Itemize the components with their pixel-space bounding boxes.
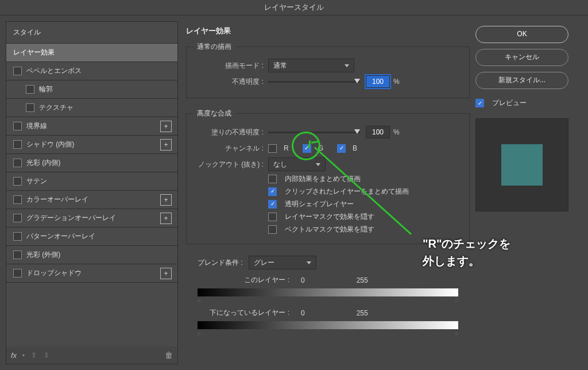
window-title: レイヤースタイル bbox=[0, 0, 588, 16]
add-effect-button[interactable]: + bbox=[160, 139, 172, 151]
style-checkbox[interactable] bbox=[13, 67, 22, 75]
blendif-label: ブレンド条件 : bbox=[198, 258, 243, 268]
style-item-label: テクスチャ bbox=[39, 103, 74, 113]
fill-opacity-unit: % bbox=[393, 128, 400, 136]
advanced-option-1[interactable]: クリップされたレイヤーをまとめて描画 bbox=[268, 185, 462, 198]
style-checkbox[interactable] bbox=[13, 159, 22, 167]
panel-title: レイヤー効果 bbox=[186, 26, 470, 36]
advanced-blend-group: 高度な合成 塗りの不透明度 : 100 % チャンネル : R G bbox=[186, 109, 470, 244]
fx-caret-icon: ▾ bbox=[22, 353, 25, 358]
fill-opacity-slider[interactable] bbox=[268, 132, 360, 133]
style-checkbox[interactable] bbox=[13, 250, 22, 259]
style-item-label: 輪郭 bbox=[39, 84, 53, 94]
style-item-1[interactable]: ベベルとエンボス bbox=[6, 62, 177, 80]
style-item-2[interactable]: 輪郭 bbox=[6, 80, 177, 99]
style-item-label: 光彩 (外側) bbox=[26, 250, 60, 260]
add-effect-button[interactable]: + bbox=[160, 121, 172, 132]
style-checkbox[interactable] bbox=[13, 214, 22, 222]
option-checkbox[interactable] bbox=[268, 225, 277, 234]
blend-mode-select[interactable]: 通常 bbox=[268, 59, 354, 72]
new-style-button[interactable]: 新規スタイル... bbox=[475, 72, 568, 89]
style-item-label: カラーオーバーレイ bbox=[26, 195, 88, 205]
fill-opacity-label: 塗りの不透明度 : bbox=[194, 128, 268, 137]
style-item-label: レイヤー効果 bbox=[13, 48, 55, 57]
style-item-12[interactable]: ドロップシャドウ+ bbox=[6, 264, 177, 283]
option-checkbox[interactable] bbox=[268, 187, 277, 196]
styles-toolbar: fx ▾ ⬆ ⬇ 🗑 bbox=[6, 346, 178, 364]
trash-icon[interactable]: 🗑 bbox=[165, 350, 173, 360]
option-checkbox[interactable] bbox=[268, 175, 277, 183]
style-item-label: ベベルとエンボス bbox=[26, 66, 82, 76]
option-label: ベクトルマスクで効果を隠す bbox=[285, 225, 374, 234]
fill-opacity-field[interactable]: 100 bbox=[366, 126, 390, 138]
option-label: クリップされたレイヤーをまとめて描画 bbox=[285, 187, 409, 196]
advanced-option-0[interactable]: 内部効果をまとめて描画 bbox=[268, 172, 462, 185]
cancel-button[interactable]: キャンセル bbox=[475, 49, 568, 66]
blend-mode-label: 描画モード : bbox=[194, 61, 268, 71]
add-effect-button[interactable]: + bbox=[160, 268, 172, 279]
right-panel: OK キャンセル 新規スタイル... プレビュー bbox=[475, 16, 588, 370]
option-label: 透明シェイプレイヤー bbox=[285, 199, 354, 209]
move-down-icon[interactable]: ⬇ bbox=[43, 350, 50, 360]
preview-box bbox=[475, 118, 568, 211]
opacity-field[interactable]: 100 bbox=[366, 75, 390, 88]
option-checkbox[interactable] bbox=[268, 213, 277, 221]
knockout-label: ノックアウト (抜き) : bbox=[194, 160, 268, 169]
this-layer-gradient[interactable] bbox=[198, 288, 458, 296]
advanced-legend: 高度な合成 bbox=[194, 109, 235, 118]
slider-handle-icon[interactable]: ⌂ bbox=[198, 298, 200, 303]
channel-b-checkbox[interactable]: B bbox=[337, 144, 357, 153]
style-checkbox[interactable] bbox=[13, 177, 22, 186]
style-item-3[interactable]: テクスチャ bbox=[6, 99, 177, 117]
style-checkbox[interactable] bbox=[26, 103, 34, 112]
style-item-11[interactable]: 光彩 (外側) bbox=[6, 246, 177, 264]
fx-menu[interactable]: fx bbox=[11, 351, 17, 360]
opacity-unit: % bbox=[393, 78, 400, 86]
style-checkbox[interactable] bbox=[13, 195, 22, 204]
preview-swatch bbox=[501, 144, 543, 186]
style-item-5[interactable]: シャドウ (内側)+ bbox=[6, 136, 177, 154]
slider-handle-icon[interactable]: ⌂ bbox=[198, 330, 200, 336]
opacity-label: 不透明度 : bbox=[194, 77, 268, 87]
style-item-label: サテン bbox=[26, 176, 47, 186]
options-panel: レイヤー効果 通常の描画 描画モード : 通常 不透明度 : 100 % 高度な… bbox=[178, 16, 475, 370]
slider-handle-icon[interactable]: ⌂ bbox=[455, 298, 458, 303]
this-hi: 255 bbox=[357, 276, 368, 284]
style-checkbox[interactable] bbox=[13, 269, 22, 278]
channel-r-checkbox[interactable]: R bbox=[268, 144, 289, 153]
advanced-option-2[interactable]: 透明シェイプレイヤー bbox=[268, 198, 462, 210]
style-item-10[interactable]: パターンオーバーレイ bbox=[6, 228, 177, 246]
style-item-label: パターンオーバーレイ bbox=[26, 232, 95, 241]
add-effect-button[interactable]: + bbox=[160, 213, 172, 224]
channel-g-checkbox[interactable]: G bbox=[303, 144, 323, 153]
style-item-4[interactable]: 境界線+ bbox=[6, 117, 177, 136]
styles-header: スタイル bbox=[6, 22, 177, 44]
style-checkbox[interactable] bbox=[13, 140, 22, 149]
style-checkbox[interactable] bbox=[13, 232, 22, 241]
style-item-9[interactable]: グラデーションオーバーレイ+ bbox=[6, 209, 177, 228]
option-checkbox[interactable] bbox=[268, 200, 277, 209]
style-checkbox[interactable] bbox=[26, 85, 34, 94]
normal-drawing-group: 通常の描画 描画モード : 通常 不透明度 : 100 % bbox=[186, 42, 470, 98]
blendif-select[interactable]: グレー bbox=[249, 256, 316, 269]
styles-sidebar: スタイル レイヤー効果ベベルとエンボス輪郭テクスチャ境界線+シャドウ (内側)+… bbox=[0, 16, 178, 370]
advanced-option-4[interactable]: ベクトルマスクで効果を隠す bbox=[268, 223, 462, 236]
add-effect-button[interactable]: + bbox=[160, 194, 172, 206]
normal-legend: 通常の描画 bbox=[194, 42, 235, 52]
opacity-slider[interactable] bbox=[268, 81, 360, 83]
advanced-option-3[interactable]: レイヤーマスクで効果を隠す bbox=[268, 210, 462, 223]
style-item-label: ドロップシャドウ bbox=[26, 268, 82, 278]
option-label: レイヤーマスクで効果を隠す bbox=[285, 212, 374, 222]
under-layer-gradient[interactable] bbox=[198, 321, 458, 329]
style-item-7[interactable]: サテン bbox=[6, 172, 177, 191]
style-item-label: 光彩 (内側) bbox=[26, 158, 60, 168]
slider-handle-icon[interactable]: ⌂ bbox=[455, 330, 458, 336]
ok-button[interactable]: OK bbox=[475, 26, 568, 43]
style-checkbox[interactable] bbox=[13, 122, 22, 130]
preview-checkbox[interactable]: プレビュー bbox=[475, 98, 579, 108]
move-up-icon[interactable]: ⬆ bbox=[30, 350, 37, 360]
style-item-8[interactable]: カラーオーバーレイ+ bbox=[6, 191, 177, 209]
style-item-6[interactable]: 光彩 (内側) bbox=[6, 154, 177, 172]
style-item-0[interactable]: レイヤー効果 bbox=[6, 44, 177, 62]
knockout-select[interactable]: なし bbox=[268, 157, 326, 171]
